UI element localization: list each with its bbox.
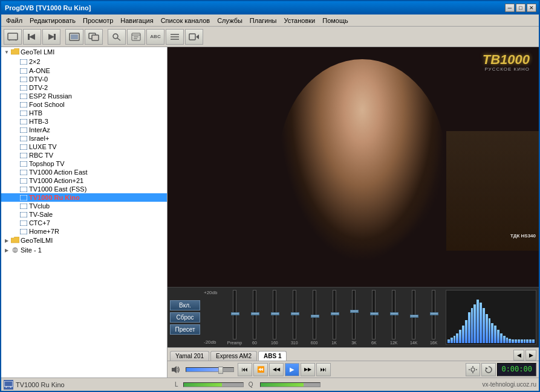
channel-dtv0[interactable]: DTV-0 xyxy=(1,75,167,83)
channel-tv1000rk[interactable]: TV1000 Ru Kino xyxy=(1,193,167,202)
toolbar-search-btn[interactable] xyxy=(108,29,126,45)
channel-rbc[interactable]: RBC TV xyxy=(1,151,167,159)
band-1k-slider[interactable] xyxy=(333,290,336,339)
channel-htb3[interactable]: НТВ-3 xyxy=(1,117,167,126)
refresh-btn[interactable] xyxy=(481,363,496,376)
group-geotelmi2[interactable]: ▶ GeoTelLMI xyxy=(1,236,167,245)
channel-tv1000a21[interactable]: TV1000 Action+21 xyxy=(1,176,167,185)
channel-luxe[interactable]: LUXE TV xyxy=(1,143,167,151)
band-6k-slider[interactable] xyxy=(372,290,376,339)
toolbar-list-btn[interactable] xyxy=(166,29,184,45)
menu-navigate[interactable]: Навигация xyxy=(117,16,157,25)
play-btn[interactable]: ▶ xyxy=(285,363,299,376)
menu-file[interactable]: Файл xyxy=(2,16,26,25)
band-3k-slider[interactable] xyxy=(352,290,356,339)
menu-plugins[interactable]: Плагины xyxy=(246,16,281,25)
channel-tv-icon-18 xyxy=(19,203,28,209)
toolbar-fullscreen-btn[interactable] xyxy=(65,29,83,45)
group-geotel[interactable]: ▼ GeoTel LMI xyxy=(1,47,167,57)
channel-tv-icon-20 xyxy=(19,220,28,226)
fwd-btn[interactable]: ▶▶ xyxy=(301,363,315,376)
band-600-thumb[interactable] xyxy=(311,315,319,318)
band-60-slider[interactable] xyxy=(253,290,256,339)
channel-list[interactable]: ▼ GeoTel LMI 2×2 A-ONE DTV-0 xyxy=(1,47,168,378)
band-160-thumb[interactable] xyxy=(271,312,279,315)
minimize-button[interactable]: ─ xyxy=(505,4,515,12)
band-310-slider[interactable] xyxy=(293,290,296,339)
channel-ctc7[interactable]: СТС+7 xyxy=(1,219,167,227)
band-1k-thumb[interactable] xyxy=(331,312,339,315)
rew-btn[interactable]: ⏪ xyxy=(253,363,268,376)
channel-israel[interactable]: Israel+ xyxy=(1,134,167,143)
band-16k-thumb[interactable] xyxy=(430,312,438,315)
channel-topshop[interactable]: Topshop TV xyxy=(1,159,167,168)
channel-home7r[interactable]: Home+7R xyxy=(1,227,167,236)
expand-geotelmi2-icon[interactable]: ▶ xyxy=(2,236,11,245)
menu-edit[interactable]: Редактировать xyxy=(26,16,79,25)
menu-view[interactable]: Просмотр xyxy=(79,16,117,25)
band-14k-label: 14K xyxy=(410,341,417,345)
website-label: vx-tehnologi.ucoz.ru xyxy=(483,381,537,388)
group-site1-label: Site - 1 xyxy=(21,246,42,254)
toolbar-channels-btn[interactable] xyxy=(4,29,22,45)
group-geotel-label: GeoTel LMI xyxy=(21,48,54,56)
preamp-thumb[interactable] xyxy=(231,312,239,315)
band-3k-thumb[interactable] xyxy=(350,310,359,313)
channel-esp2[interactable]: ESP2 Russian xyxy=(1,92,167,100)
eq-preset-btn[interactable]: Пресет xyxy=(170,324,200,335)
close-button[interactable]: ✕ xyxy=(527,4,536,12)
band-12k-slider[interactable] xyxy=(392,290,395,339)
expand-site1-icon[interactable]: ▶ xyxy=(2,246,11,254)
toolbar-epg-btn[interactable] xyxy=(127,29,145,45)
quality-fill xyxy=(261,383,304,387)
channel-interaz[interactable]: InterAz xyxy=(1,126,167,134)
volume-slider[interactable] xyxy=(186,367,234,372)
group-site1[interactable]: ▶ Site - 1 xyxy=(1,245,167,255)
eq-on-btn[interactable]: Вкл. xyxy=(170,300,200,310)
menu-settings[interactable]: Установки xyxy=(280,16,319,25)
channel-tvclub[interactable]: TVclub xyxy=(1,202,167,210)
tab-next-btn[interactable]: ▶ xyxy=(525,350,536,361)
band-60-thumb[interactable] xyxy=(251,312,259,315)
channel-tvclub-label: TVclub xyxy=(29,202,50,210)
back-btn[interactable]: ◀◀ xyxy=(269,363,284,376)
volume-icon xyxy=(170,364,182,376)
toolbar-forward-btn[interactable] xyxy=(42,29,60,45)
band-600-slider[interactable] xyxy=(313,290,316,339)
toolbar-record-btn[interactable] xyxy=(185,29,203,45)
band-310-thumb[interactable] xyxy=(291,312,299,315)
channel-tv1000ef[interactable]: TV1000 East (FSS) xyxy=(1,185,167,193)
band-16k-slider[interactable] xyxy=(432,290,435,339)
toolbar-teletext-btn[interactable]: ABC xyxy=(146,29,164,45)
menu-help[interactable]: Помощь xyxy=(319,16,352,25)
tab-abs1[interactable]: ABS 1 xyxy=(258,351,287,361)
expand-geotel-icon[interactable]: ▼ xyxy=(2,48,11,56)
settings-btn[interactable] xyxy=(466,363,480,376)
channel-tv1000ae[interactable]: TV1000 Action East xyxy=(1,168,167,176)
signal-level-label: L xyxy=(175,381,178,388)
channel-htb[interactable]: НТВ xyxy=(1,109,167,117)
channel-2x2[interactable]: 2×2 xyxy=(1,57,167,66)
tab-expresam2[interactable]: Express AM2 xyxy=(210,351,257,361)
tab-prev-btn[interactable]: ◀ xyxy=(513,350,524,361)
band-12k-thumb[interactable] xyxy=(390,312,398,315)
band-6k-thumb[interactable] xyxy=(370,312,379,315)
toolbar-window-btn[interactable] xyxy=(85,29,103,45)
toolbar-back-btn[interactable] xyxy=(23,29,41,45)
channel-tvsale[interactable]: TV-Sale xyxy=(1,210,167,219)
band-160-slider[interactable] xyxy=(273,290,276,339)
band-14k-thumb[interactable] xyxy=(410,315,418,318)
menu-channels[interactable]: Список каналов xyxy=(157,16,214,25)
preamp-slider[interactable] xyxy=(233,290,236,339)
prev-btn[interactable]: ⏮ xyxy=(238,363,252,376)
channel-aone[interactable]: A-ONE xyxy=(1,66,167,75)
menu-services[interactable]: Службы xyxy=(213,16,246,25)
volume-thumb[interactable] xyxy=(218,367,223,374)
band-14k-slider[interactable] xyxy=(412,290,415,339)
eq-reset-btn[interactable]: Сброс xyxy=(170,312,200,323)
next-btn[interactable]: ⏭ xyxy=(316,363,331,376)
maximize-button[interactable]: □ xyxy=(516,4,525,12)
channel-footschool[interactable]: Foot School xyxy=(1,100,167,109)
channel-dtv2[interactable]: DTV-2 xyxy=(1,83,167,92)
tab-yamal201[interactable]: Yamal 201 xyxy=(170,351,209,361)
